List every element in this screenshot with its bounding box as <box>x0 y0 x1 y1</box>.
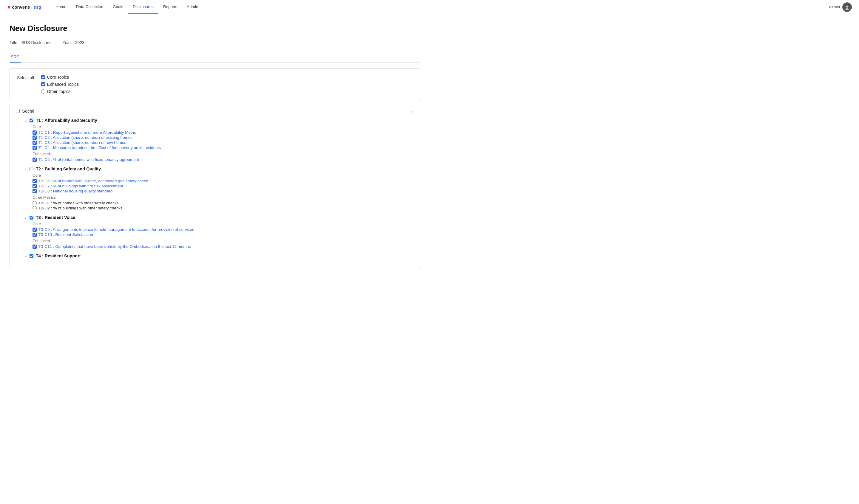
t2-o1-radio[interactable] <box>32 201 37 205</box>
t1-c3-checkbox[interactable] <box>32 141 37 145</box>
t3-c9-link[interactable]: T3-C9 : Arrangements in place to hold ma… <box>39 227 194 232</box>
t1-c4-row: T1-C4 : Measures to reduce the effect of… <box>32 145 414 150</box>
core-topics-checkbox[interactable] <box>41 75 45 79</box>
section-body: ⌄ T1 : Affordability and Security Core T… <box>10 118 420 268</box>
t3-c10-row: T3-C10 : Resident Satisfaction <box>32 232 414 237</box>
t1-c2-link[interactable]: T1-C2 : Allocation (share, number) of ex… <box>39 135 132 140</box>
svg-point-1 <box>846 5 848 7</box>
social-section-checkbox[interactable] <box>16 109 20 113</box>
topic-t4: ⌄ T4 : Resident Support <box>24 253 414 258</box>
t2-other-label: Other Metrics <box>32 195 414 200</box>
t2-c7-row: T2-C7 : % of buildings with fire risk as… <box>32 184 414 188</box>
page-title: New Disclosure <box>10 24 420 33</box>
t2-chevron-icon: ⌄ <box>24 167 27 171</box>
navbar: ● convene | esg Home Data Collection Goa… <box>0 0 859 14</box>
t3-core-label: Core <box>32 222 414 226</box>
t1-c1-link[interactable]: T1-C1 : Report against one or more Affor… <box>39 130 136 135</box>
other-topics-radio[interactable] <box>41 89 45 94</box>
t1-c3-link[interactable]: T1-C3 : Allocation (share, number) of ne… <box>39 140 126 145</box>
t2-c7-link[interactable]: T2-C7 : % of buildings with fire risk as… <box>39 184 123 188</box>
t3-title: T3 : Resident Voice <box>36 215 75 220</box>
nav-admin[interactable]: Admin <box>182 0 203 14</box>
nav-disclosures[interactable]: Disclosures <box>128 0 159 14</box>
core-topics-label: Core Topics <box>47 75 69 80</box>
topic-t2-header: ⌄ T2 : Building Safety and Quality <box>24 167 414 171</box>
nav-user: daniel <box>829 2 852 12</box>
t3-c11-checkbox[interactable] <box>32 245 37 249</box>
enhanced-topics-row: Enhanced Topics <box>41 82 79 87</box>
avatar <box>842 2 852 12</box>
t1-c2-checkbox[interactable] <box>32 136 37 140</box>
t1-title: T1 : Affordability and Security <box>36 118 97 123</box>
enhanced-topics-checkbox[interactable] <box>41 82 45 86</box>
t3-c11-link[interactable]: T3-C11 : Complaints that have been uphel… <box>39 244 191 249</box>
t1-c5-checkbox[interactable] <box>32 158 37 162</box>
meta-row: Title: SRS Disclosure Year: 2023 <box>10 40 420 45</box>
t2-c8-link[interactable]: T2-C8 : National housing quality standar… <box>39 189 112 193</box>
t3-checkbox[interactable] <box>30 216 33 220</box>
t1-c4-link[interactable]: T1-C4 : Measures to reduce the effect of… <box>39 145 161 150</box>
t2-checkbox[interactable] <box>30 167 33 171</box>
t2-c6-row: T2-C6 : % of homes with in-date, accredi… <box>32 179 414 183</box>
year-value: 2023 <box>75 40 85 45</box>
t4-chevron-icon: ⌄ <box>24 254 27 258</box>
t2-c6-link[interactable]: T2-C6 : % of homes with in-date, accredi… <box>39 179 148 183</box>
t2-o2-radio[interactable] <box>32 206 37 210</box>
title-meta: Title: SRS Disclosure <box>10 40 51 45</box>
t1-c1-checkbox[interactable] <box>32 130 37 135</box>
main-content: New Disclosure Title: SRS Disclosure Yea… <box>0 14 430 278</box>
t1-c3-row: T1-C3 : Allocation (share, number) of ne… <box>32 140 414 145</box>
topic-t4-header: ⌄ T4 : Resident Support <box>24 253 414 258</box>
nav-home[interactable]: Home <box>51 0 71 14</box>
nav-reports[interactable]: Reports <box>159 0 182 14</box>
t4-checkbox[interactable] <box>30 254 33 258</box>
tabs-bar: SRS <box>10 52 420 63</box>
t3-c9-row: T3-C9 : Arrangements in place to hold ma… <box>32 227 414 232</box>
nav-data-collection[interactable]: Data Collection <box>71 0 108 14</box>
year-meta: Year: 2023 <box>63 40 85 45</box>
tab-srs[interactable]: SRS <box>10 52 20 63</box>
section-chevron-icon: ⌄ <box>410 108 414 114</box>
t2-o1-row: T2-O1 : % of homes with other safety che… <box>32 201 414 205</box>
t3-enhanced-label: Enhanced <box>32 239 414 243</box>
t2-title: T2 : Building Safety and Quality <box>36 167 101 171</box>
t2-c7-checkbox[interactable] <box>32 184 37 188</box>
t1-checkbox[interactable] <box>30 119 33 123</box>
t2-o1-label: T2-O1 : % of homes with other safety che… <box>39 201 119 205</box>
title-label: Title: <box>10 40 18 45</box>
select-all-label: Select all: <box>17 75 35 80</box>
t1-c5-link[interactable]: T1-C5 : % of rental homes with fixed ten… <box>39 157 139 162</box>
nav-goals[interactable]: Goals <box>108 0 128 14</box>
t2-o2-label: T2-O2 : % of buildings with other safety… <box>39 206 122 210</box>
topic-type-checkboxes: Core Topics Enhanced Topics Other Topics <box>41 75 79 94</box>
t4-title: T4 : Resident Support <box>36 253 81 258</box>
t2-core-label: Core <box>32 173 414 177</box>
topic-t1: ⌄ T1 : Affordability and Security Core T… <box>24 118 414 162</box>
topic-t2: ⌄ T2 : Building Safety and Quality Core … <box>24 167 414 210</box>
select-all-card: Select all: Core Topics Enhanced Topics … <box>10 68 420 100</box>
year-label: Year: <box>63 40 72 45</box>
social-section-header[interactable]: Social ⌄ <box>10 104 420 118</box>
t1-c4-checkbox[interactable] <box>32 146 37 150</box>
t3-c10-checkbox[interactable] <box>32 233 37 237</box>
topic-t3: ⌄ T3 : Resident Voice Core T3-C9 : Arran… <box>24 215 414 249</box>
t1-c2-row: T1-C2 : Allocation (share, number) of ex… <box>32 135 414 140</box>
core-topics-row: Core Topics <box>41 75 79 80</box>
logo-text: convene <box>12 4 30 10</box>
section-header-left: Social <box>16 108 34 113</box>
other-topics-label: Other Topics <box>47 89 70 94</box>
t2-c6-checkbox[interactable] <box>32 179 37 183</box>
logo-esg: esg <box>34 4 42 10</box>
logo-pipe: | <box>31 5 32 10</box>
t2-c8-row: T2-C8 : National housing quality standar… <box>32 189 414 193</box>
topic-t1-header: ⌄ T1 : Affordability and Security <box>24 118 414 123</box>
t2-c8-checkbox[interactable] <box>32 189 37 193</box>
t3-c10-link[interactable]: T3-C10 : Resident Satisfaction <box>39 232 93 237</box>
nav-links: Home Data Collection Goals Disclosures R… <box>51 0 829 14</box>
t1-enhanced-label: Enhanced <box>32 152 414 156</box>
t3-c9-checkbox[interactable] <box>32 227 37 232</box>
other-topics-row: Other Topics <box>41 89 79 94</box>
t1-chevron-icon: ⌄ <box>24 118 27 123</box>
logo-icon: ● <box>7 3 11 11</box>
t1-c5-row: T1-C5 : % of rental homes with fixed ten… <box>32 157 414 162</box>
